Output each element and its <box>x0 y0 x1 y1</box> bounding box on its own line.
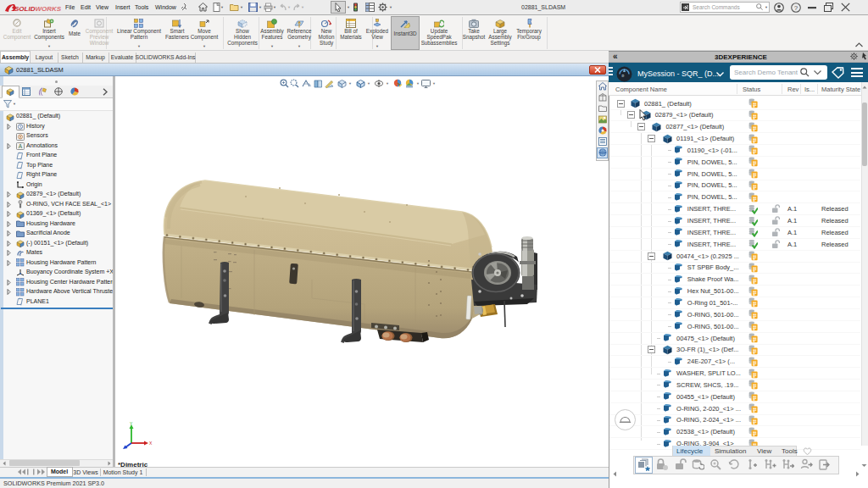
svg-text:Y: Y <box>130 422 133 426</box>
svg-text:A: A <box>19 143 23 149</box>
svg-text:?: ? <box>794 4 798 12</box>
svg-text:SOLIDWORKS: SOLIDWORKS <box>14 5 62 13</box>
svg-text:X: X <box>149 441 153 446</box>
svg-text:ᴅ: ᴅ <box>622 73 625 78</box>
